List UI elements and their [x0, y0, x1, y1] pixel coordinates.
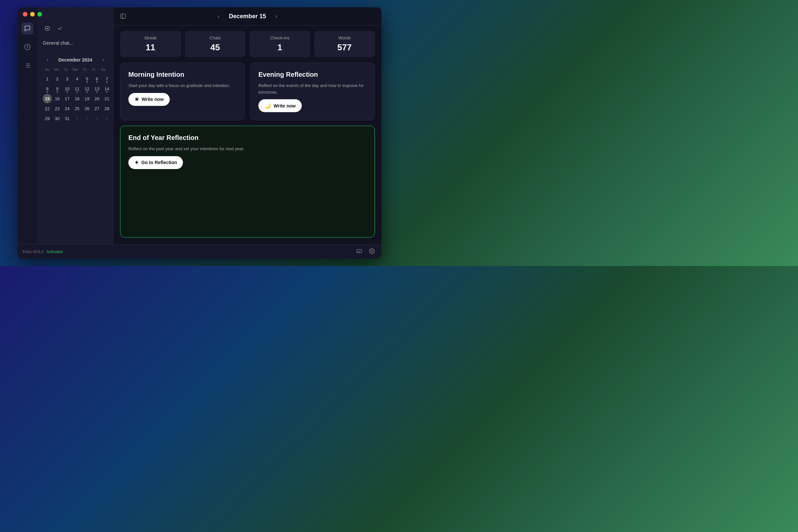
- confirm-button[interactable]: [55, 24, 64, 33]
- sidebar-item-tasks[interactable]: [21, 60, 33, 72]
- date-prev-button[interactable]: ‹: [215, 12, 222, 20]
- sparkle-icon: ✦: [134, 159, 139, 166]
- left-panel-header: [37, 7, 113, 38]
- general-chat-item[interactable]: General chat...: [37, 38, 113, 48]
- version-text: Focu v0.6.0: [23, 249, 44, 254]
- settings-button[interactable]: [367, 247, 376, 256]
- calendar-day[interactable]: 9: [53, 84, 62, 93]
- calendar-day[interactable]: 30: [53, 114, 62, 123]
- calendar-day[interactable]: 3: [62, 74, 72, 83]
- day-dot: [46, 101, 48, 102]
- day-header-sa: Sa: [99, 66, 108, 73]
- calendar-day[interactable]: 6: [92, 74, 101, 83]
- day-dot: [46, 91, 48, 93]
- day-dot: [106, 81, 108, 83]
- keyboard-button[interactable]: [355, 247, 364, 256]
- left-panel-actions: [43, 24, 64, 33]
- day-dot: [66, 91, 68, 93]
- stat-value-streak: 11: [146, 42, 155, 53]
- day-dot: [96, 81, 98, 83]
- calendar-day[interactable]: 16: [53, 94, 62, 103]
- calendar-day[interactable]: 24: [62, 104, 72, 113]
- calendar-day[interactable]: 23: [53, 104, 62, 113]
- calendar-day[interactable]: 5: [82, 74, 92, 83]
- calendar-grid: Su Mo Tu We Th Fr Sa 1234567891011121314…: [43, 66, 108, 123]
- day-dot: [57, 91, 58, 93]
- close-button[interactable]: [23, 12, 27, 17]
- calendar-day[interactable]: 10: [62, 84, 72, 93]
- calendar-days: 1234567891011121314151617181920212223242…: [43, 74, 108, 123]
- cards-top-row: Morning Intention Start your day with a …: [120, 62, 375, 120]
- calendar-day[interactable]: 4: [73, 74, 82, 83]
- stat-label-streak: Streak: [144, 35, 157, 40]
- day-dot: [76, 91, 78, 93]
- calendar-day[interactable]: 18: [73, 94, 82, 103]
- calendar-next-button[interactable]: ›: [100, 56, 107, 63]
- calendar-day[interactable]: 12: [82, 84, 92, 93]
- calendar-day[interactable]: 14: [102, 84, 112, 93]
- svg-rect-10: [121, 14, 126, 19]
- svg-rect-12: [357, 250, 362, 253]
- calendar-prev-button[interactable]: ‹: [44, 56, 51, 63]
- calendar-day[interactable]: 2: [82, 114, 92, 123]
- calendar-day[interactable]: 17: [62, 94, 72, 103]
- calendar-day[interactable]: 1: [73, 114, 82, 123]
- calendar-day[interactable]: 4: [102, 114, 112, 123]
- bottom-actions: [355, 247, 376, 256]
- stat-card-checkins: Check-ins 1: [249, 31, 310, 57]
- sidebar-icons: [18, 7, 37, 244]
- activated-badge: Activated: [46, 249, 62, 254]
- sidebar-item-chat[interactable]: [21, 22, 33, 34]
- evening-reflection-title: Evening Reflection: [259, 71, 366, 78]
- evening-reflection-desc: Reflect on the events of the day and how…: [259, 82, 366, 95]
- stat-card-words: Words 577: [314, 31, 375, 57]
- bottom-bar: Focu v0.6.0 Activated: [18, 244, 381, 259]
- stat-label-chats: Chats: [209, 35, 221, 40]
- calendar-day[interactable]: 15: [43, 94, 52, 103]
- day-header-su: Su: [43, 66, 52, 73]
- calendar-day[interactable]: 29: [43, 114, 52, 123]
- calendar-day[interactable]: 2: [53, 74, 62, 83]
- calendar-day[interactable]: 21: [102, 94, 112, 103]
- morning-intention-write-button[interactable]: ☀ Write now: [128, 93, 170, 106]
- evening-reflection-write-button[interactable]: 🌙 Write now: [259, 99, 302, 112]
- calendar-day[interactable]: 20: [92, 94, 101, 103]
- calendar-day[interactable]: 11: [73, 84, 82, 93]
- calendar-day[interactable]: 7: [102, 74, 112, 83]
- left-panel: General chat... ‹ December 2024 › Su Mo …: [37, 7, 113, 244]
- stat-value-chats: 45: [210, 42, 220, 53]
- calendar-day[interactable]: 1: [43, 74, 52, 83]
- calendar-day[interactable]: 8: [43, 84, 52, 93]
- sidebar-item-history[interactable]: [21, 41, 33, 53]
- current-date: December 15: [229, 13, 266, 20]
- calendar-day[interactable]: 3: [92, 114, 101, 123]
- calendar-day[interactable]: 27: [92, 104, 101, 113]
- calendar-day[interactable]: 26: [82, 104, 92, 113]
- calendar: ‹ December 2024 › Su Mo Tu We Th Fr Sa: [37, 48, 113, 128]
- day-dot: [87, 91, 88, 93]
- calendar-month-label: December 2024: [58, 57, 92, 62]
- stat-value-checkins: 1: [278, 42, 282, 53]
- go-to-reflection-button[interactable]: ✦ Go to Reflection: [128, 156, 183, 169]
- calendar-day[interactable]: 19: [82, 94, 92, 103]
- calendar-day[interactable]: 28: [102, 104, 112, 113]
- morning-intention-title: Morning Intention: [128, 71, 236, 78]
- minimize-button[interactable]: [30, 12, 35, 17]
- date-next-button[interactable]: ›: [273, 12, 280, 20]
- app-window: General chat... ‹ December 2024 › Su Mo …: [18, 7, 381, 259]
- maximize-button[interactable]: [37, 12, 42, 17]
- main-header: ‹ December 15 ›: [113, 7, 381, 25]
- calendar-day[interactable]: 25: [73, 104, 82, 113]
- calendar-header: ‹ December 2024 ›: [43, 54, 108, 66]
- calendar-day[interactable]: 31: [62, 114, 72, 123]
- stat-label-words: Words: [339, 35, 351, 40]
- stat-card-chats: Chats 45: [185, 31, 246, 57]
- new-chat-button[interactable]: [43, 24, 52, 33]
- day-dot: [87, 81, 88, 83]
- calendar-day[interactable]: 22: [43, 104, 52, 113]
- sun-icon: ☀: [134, 96, 139, 102]
- morning-intention-card: Morning Intention Start your day with a …: [120, 62, 245, 120]
- day-dot: [96, 91, 98, 93]
- sidebar-toggle-button[interactable]: [119, 12, 127, 20]
- calendar-day[interactable]: 13: [92, 84, 101, 93]
